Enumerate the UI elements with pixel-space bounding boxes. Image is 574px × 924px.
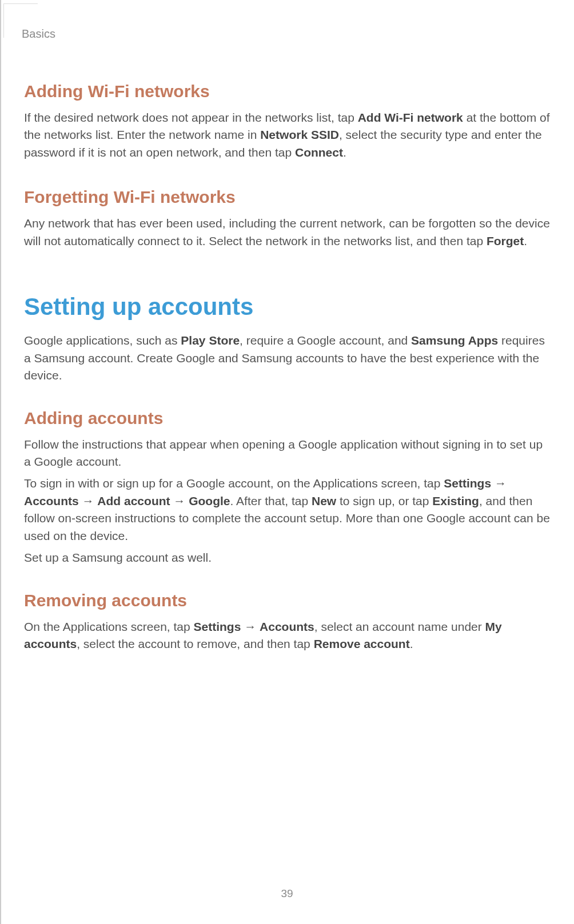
chapter-header: Basics [22, 27, 550, 41]
text: . After that, tap [230, 494, 312, 507]
text: . [343, 146, 346, 159]
bold-text: Samsung Apps [411, 334, 498, 347]
bold-text: Network SSID [260, 128, 339, 141]
bold-text: Settings [194, 620, 241, 633]
text: . [410, 637, 413, 650]
page-number: 39 [0, 887, 574, 900]
arrow-icon: → [491, 477, 507, 490]
bold-text: Accounts [260, 620, 314, 633]
arrow-icon: → [170, 494, 189, 507]
text: , select an account name under [314, 620, 485, 633]
text: Any network that has ever been used, inc… [24, 217, 550, 247]
bold-text: Add Wi-Fi network [358, 111, 463, 124]
heading-setting-accounts: Setting up accounts [24, 293, 550, 321]
text: . [524, 234, 527, 247]
text: , require a Google account, and [240, 334, 411, 347]
heading-adding-wifi: Adding Wi-Fi networks [24, 82, 550, 101]
heading-forgetting-wifi: Forgetting Wi-Fi networks [24, 187, 550, 207]
text: , select the account to remove, and then… [77, 637, 313, 650]
bold-text: New [312, 494, 336, 507]
bold-text: Play Store [181, 334, 240, 347]
text: Google applications, such as [24, 334, 181, 347]
bold-text: Google [189, 494, 230, 507]
bold-text: Remove account [314, 637, 410, 650]
bold-text: Forget [487, 234, 524, 247]
para-adding-wifi: If the desired network does not appear i… [24, 109, 550, 161]
heading-removing-accounts: Removing accounts [24, 591, 550, 610]
para-setting-accounts: Google applications, such as Play Store,… [24, 332, 550, 384]
bold-text: Connect [295, 146, 343, 159]
para-adding-accounts-1: Follow the instructions that appear when… [24, 436, 550, 471]
para-removing-accounts: On the Applications screen, tap Settings… [24, 618, 550, 653]
bold-text: Add account [97, 494, 170, 507]
para-adding-accounts-3: Set up a Samsung account as well. [24, 549, 550, 566]
arrow-icon: → [79, 494, 98, 507]
heading-adding-accounts: Adding accounts [24, 409, 550, 428]
text: To sign in with or sign up for a Google … [24, 477, 444, 490]
text: If the desired network does not appear i… [24, 111, 358, 124]
bold-text: Accounts [24, 494, 79, 507]
para-adding-accounts-2: To sign in with or sign up for a Google … [24, 475, 550, 545]
arrow-icon: → [241, 620, 260, 633]
bold-text: Settings [444, 477, 491, 490]
bold-text: Existing [432, 494, 479, 507]
text: On the Applications screen, tap [24, 620, 194, 633]
para-forgetting-wifi: Any network that has ever been used, inc… [24, 215, 550, 250]
text: to sign up, or tap [336, 494, 432, 507]
